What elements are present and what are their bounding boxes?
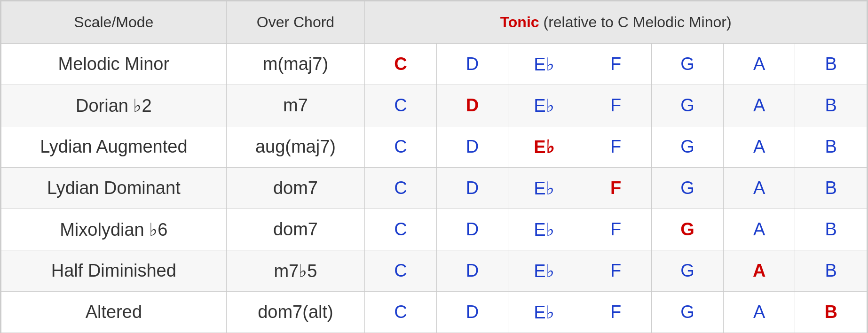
- note-cell: D: [436, 209, 508, 250]
- note-cell: F: [580, 250, 652, 292]
- over-chord: dom7: [226, 209, 365, 250]
- over-chord: dom7: [226, 168, 365, 209]
- header-tonic-cell: Tonic (relative to C Melodic Minor): [365, 1, 867, 44]
- header-chord-label: Over Chord: [257, 14, 334, 31]
- note-cell: G: [652, 168, 724, 209]
- note-cell: F: [580, 126, 652, 168]
- note-cell: G: [652, 44, 724, 85]
- note-cell: F: [580, 44, 652, 85]
- header-scale: Scale/Mode: [1, 1, 227, 44]
- over-chord: m7♭5: [226, 250, 365, 292]
- note-cell: G: [652, 250, 724, 292]
- note-cell: B: [795, 292, 867, 333]
- note-cell: C: [365, 250, 437, 292]
- table-row: Melodic Minorm(maj7)CDE♭FGAB: [1, 44, 867, 85]
- note-cell: D: [436, 168, 508, 209]
- note-cell: C: [365, 85, 437, 126]
- note-cell: B: [795, 168, 867, 209]
- table-row: Dorian ♭2m7CDE♭FGAB: [1, 85, 867, 126]
- scale-name: Melodic Minor: [1, 44, 227, 85]
- table-row: Mixolydian ♭6dom7CDE♭FGAB: [1, 209, 867, 250]
- scale-name: Mixolydian ♭6: [1, 209, 227, 250]
- note-cell: B: [795, 126, 867, 168]
- note-cell: A: [723, 168, 795, 209]
- header-chord: Over Chord: [226, 1, 365, 44]
- note-cell: C: [365, 44, 437, 85]
- note-cell: D: [436, 250, 508, 292]
- main-wrapper: Scale/Mode Over Chord Tonic (relative to…: [0, 0, 868, 333]
- note-cell: A: [723, 292, 795, 333]
- over-chord: aug(maj7): [226, 126, 365, 168]
- note-cell: C: [365, 209, 437, 250]
- note-cell: G: [652, 85, 724, 126]
- header-scale-label: Scale/Mode: [74, 14, 153, 31]
- over-chord: dom7(alt): [226, 292, 365, 333]
- note-cell: E♭: [508, 126, 580, 168]
- note-cell: D: [436, 126, 508, 168]
- note-cell: B: [795, 85, 867, 126]
- note-cell: F: [580, 168, 652, 209]
- note-cell: E♭: [508, 168, 580, 209]
- note-cell: D: [436, 44, 508, 85]
- note-cell: F: [580, 85, 652, 126]
- header-tonic-red: Tonic: [500, 14, 539, 31]
- table-row: Half Diminishedm7♭5CDE♭FGAB: [1, 250, 867, 292]
- note-cell: D: [436, 292, 508, 333]
- scale-mode-table: Scale/Mode Over Chord Tonic (relative to…: [1, 1, 867, 333]
- note-cell: A: [723, 209, 795, 250]
- note-cell: F: [580, 292, 652, 333]
- table-body: Melodic Minorm(maj7)CDE♭FGABDorian ♭2m7C…: [1, 44, 867, 333]
- note-cell: D: [436, 85, 508, 126]
- table-row: Lydian Dominantdom7CDE♭FGAB: [1, 168, 867, 209]
- note-cell: C: [365, 126, 437, 168]
- note-cell: A: [723, 250, 795, 292]
- note-cell: C: [365, 168, 437, 209]
- note-cell: A: [723, 126, 795, 168]
- note-cell: F: [580, 209, 652, 250]
- note-cell: E♭: [508, 209, 580, 250]
- header-row: Scale/Mode Over Chord Tonic (relative to…: [1, 1, 867, 44]
- note-cell: E♭: [508, 250, 580, 292]
- table-row: Altereddom7(alt)CDE♭FGAB: [1, 292, 867, 333]
- note-cell: A: [723, 44, 795, 85]
- scale-name: Lydian Dominant: [1, 168, 227, 209]
- note-cell: B: [795, 250, 867, 292]
- note-cell: G: [652, 292, 724, 333]
- note-cell: E♭: [508, 292, 580, 333]
- scale-name: Altered: [1, 292, 227, 333]
- over-chord: m7: [226, 85, 365, 126]
- over-chord: m(maj7): [226, 44, 365, 85]
- note-cell: E♭: [508, 44, 580, 85]
- scale-name: Lydian Augmented: [1, 126, 227, 168]
- note-cell: B: [795, 209, 867, 250]
- table-row: Lydian Augmentedaug(maj7)CDE♭FGAB: [1, 126, 867, 168]
- note-cell: G: [652, 126, 724, 168]
- scale-name: Dorian ♭2: [1, 85, 227, 126]
- note-cell: G: [652, 209, 724, 250]
- scale-name: Half Diminished: [1, 250, 227, 292]
- note-cell: E♭: [508, 85, 580, 126]
- header-tonic-rest: (relative to C Melodic Minor): [539, 14, 732, 31]
- note-cell: C: [365, 292, 437, 333]
- note-cell: B: [795, 44, 867, 85]
- note-cell: A: [723, 85, 795, 126]
